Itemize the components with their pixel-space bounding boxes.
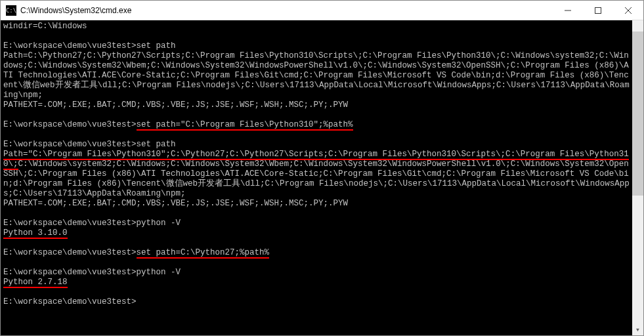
output-text: C:\Windows\system32;C:\Windows;C:\Window… xyxy=(3,159,630,198)
window-title: C:\Windows\System32\cmd.exe xyxy=(20,6,553,15)
cmd-icon: C:\ xyxy=(6,5,16,16)
console-line xyxy=(3,110,630,120)
command: python -V xyxy=(137,219,181,228)
prompt: E:\workspace\demo\vue3test> xyxy=(3,120,137,129)
highlighted-output: Python 2.7.18 xyxy=(3,278,68,288)
console-line: Path="C:\Program Files\Python310";C:\Pyt… xyxy=(3,150,630,199)
console-line: E:\workspace\demo\vue3test>set path xyxy=(3,41,630,51)
prompt: E:\workspace\demo\vue3test> xyxy=(3,297,137,306)
scrollbar-thumb[interactable] xyxy=(632,32,643,196)
window-buttons xyxy=(553,1,643,20)
command: set path xyxy=(137,140,176,149)
prompt: E:\workspace\demo\vue3test> xyxy=(3,268,137,277)
command: set path xyxy=(137,41,176,51)
console-line: E:\workspace\demo\vue3test>set path xyxy=(3,140,630,150)
window-titlebar: C:\ C:\Windows\System32\cmd.exe xyxy=(1,1,643,20)
prompt: E:\workspace\demo\vue3test> xyxy=(3,248,137,257)
maximize-button[interactable] xyxy=(583,1,613,20)
console-line: Python 2.7.18 xyxy=(3,278,630,287)
console-content: windir=C:\WindowsE:\workspace\demo\vue3t… xyxy=(3,22,630,334)
console-line: Python 3.10.0 xyxy=(3,228,630,238)
console-line: PATHEXT=.COM;.EXE;.BAT;.CMD;.VBS;.VBE;.J… xyxy=(3,199,630,209)
console-line xyxy=(3,130,630,140)
console-line: windir=C:\Windows xyxy=(3,22,630,32)
console-line xyxy=(3,258,630,268)
console-line xyxy=(3,32,630,41)
prompt: E:\workspace\demo\vue3test> xyxy=(3,41,137,51)
console-line: Path=C:\Python27;C:\Python27\Scripts;C:\… xyxy=(3,51,630,100)
console-line xyxy=(3,287,630,297)
prompt: E:\workspace\demo\vue3test> xyxy=(3,140,137,149)
console-line: E:\workspace\demo\vue3test>set path=C:\P… xyxy=(3,248,630,258)
command: python -V xyxy=(137,268,181,277)
console-line xyxy=(3,238,630,248)
console-line: E:\workspace\demo\vue3test>python -V xyxy=(3,219,630,228)
console-line xyxy=(3,209,630,219)
console-line: E:\workspace\demo\vue3test>python -V xyxy=(3,268,630,278)
prompt: E:\workspace\demo\vue3test> xyxy=(3,219,137,228)
close-button[interactable] xyxy=(613,1,643,20)
highlighted-output: Python 3.10.0 xyxy=(3,228,68,239)
vertical-scrollbar[interactable]: ▲ ▼ xyxy=(632,20,643,335)
console-line: PATHEXT=.COM;.EXE;.BAT;.CMD;.VBS;.VBE;.J… xyxy=(3,100,630,110)
console-line: E:\workspace\demo\vue3test> xyxy=(3,297,630,307)
console-line: E:\workspace\demo\vue3test>set path="C:\… xyxy=(3,120,630,130)
svg-rect-1 xyxy=(595,7,601,13)
scroll-down-arrow[interactable]: ▼ xyxy=(632,324,643,335)
command: set path="C:\Program Files\Python310";%p… xyxy=(137,120,353,131)
scrollbar-track[interactable] xyxy=(632,32,643,324)
command: set path=C:\Python27;%path% xyxy=(137,248,270,259)
console-area[interactable]: windir=C:\WindowsE:\workspace\demo\vue3t… xyxy=(1,20,643,335)
minimize-button[interactable] xyxy=(553,1,583,20)
